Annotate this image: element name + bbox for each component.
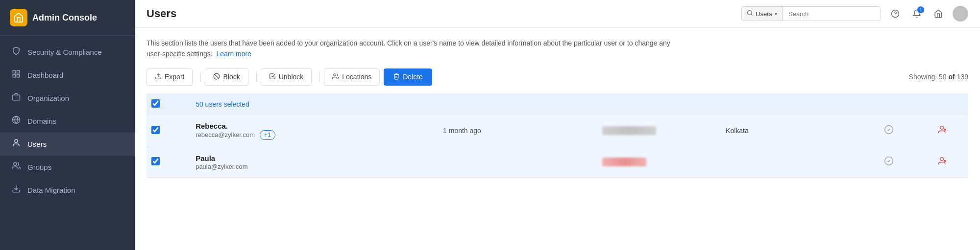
search-container: Users ▾ [741, 6, 881, 21]
download-icon [11, 184, 22, 196]
svg-point-17 [334, 74, 336, 76]
user-checkbox-1[interactable] [151, 126, 160, 134]
sidebar-item-label: Users [27, 140, 47, 148]
sidebar-item-security[interactable]: Security & Compliance [0, 41, 135, 64]
page-title: Users [147, 7, 176, 20]
content-area: This section lists the users that have b… [135, 28, 980, 250]
organization-icon [11, 92, 22, 104]
sidebar-item-label: Organization [27, 94, 69, 102]
export-button[interactable]: Export [147, 68, 193, 86]
divider [256, 72, 257, 82]
user-name: Paula [196, 154, 433, 162]
divider [319, 72, 320, 82]
users-table: 50 users selected Rebecca. rebecca@zylke… [147, 93, 968, 178]
learn-more-link[interactable]: Learn more [216, 50, 251, 58]
page-description: This section lists the users that have b… [147, 38, 686, 60]
globe-icon [11, 115, 22, 127]
sidebar-item-groups[interactable]: Groups [0, 156, 135, 179]
svg-rect-4 [13, 95, 20, 100]
sidebar-item-label: Data Migration [27, 186, 75, 194]
select-all-row: 50 users selected [147, 93, 968, 115]
user-tag[interactable]: +1 [260, 130, 275, 140]
notification-badge: 1 [917, 6, 924, 13]
sidebar-item-label: Groups [27, 163, 51, 171]
user-block-icon [937, 127, 947, 136]
svg-point-8 [14, 162, 17, 165]
export-icon [155, 73, 162, 81]
locations-icon [332, 73, 339, 81]
user-checkbox-2[interactable] [151, 157, 160, 165]
svg-point-23 [940, 157, 944, 160]
divider [200, 72, 201, 82]
svg-line-16 [215, 74, 219, 78]
app-logo-icon [10, 9, 27, 26]
unblock-button[interactable]: Unblock [261, 68, 312, 86]
app-title: Admin Console [32, 13, 97, 23]
group-icon [11, 161, 22, 173]
sidebar-nav: Security & Compliance Dashboard Organiza… [0, 36, 135, 250]
select-all-checkbox[interactable] [151, 99, 160, 108]
user-status-bar-pink [602, 158, 646, 166]
sidebar-item-label: Security & Compliance [27, 48, 102, 56]
user-email: paula@zylker.com [196, 163, 247, 170]
sidebar: Admin Console Security & Compliance Dash… [0, 0, 135, 250]
block-icon [213, 73, 220, 81]
delete-icon [393, 73, 400, 81]
sidebar-item-label: Dashboard [27, 71, 63, 79]
user-location: Kolkata [726, 127, 749, 135]
search-icon [747, 10, 753, 18]
home-icon-button[interactable] [931, 6, 946, 21]
showing-count: Showing 50 of 139 [909, 73, 968, 81]
sidebar-logo[interactable]: Admin Console [0, 0, 135, 36]
search-filter-label: Users [756, 10, 772, 18]
svg-rect-1 [17, 70, 20, 73]
svg-rect-0 [13, 70, 15, 73]
sidebar-item-domains[interactable]: Domains [0, 110, 135, 133]
verify-icon [884, 127, 894, 136]
selected-count-label: 50 users selected [196, 100, 249, 108]
search-filter-dropdown[interactable]: Users ▾ [742, 7, 783, 21]
delete-button[interactable]: Delete [384, 68, 432, 86]
help-icon-button[interactable] [888, 6, 903, 21]
svg-rect-3 [17, 75, 20, 77]
shield-icon [11, 46, 22, 58]
chevron-down-icon: ▾ [775, 11, 777, 17]
sidebar-item-users[interactable]: Users [0, 133, 135, 156]
user-icon [11, 138, 22, 150]
table-row: Rebecca. rebecca@zylker.com +1 1 month a… [147, 115, 968, 147]
user-email: rebecca@zylker.com [196, 131, 255, 138]
notification-icon-button[interactable]: 1 [909, 6, 924, 21]
search-input[interactable] [783, 7, 881, 21]
block-button[interactable]: Block [205, 68, 248, 86]
user-status-bar [602, 126, 656, 135]
svg-rect-2 [13, 75, 15, 77]
toolbar: Export Block Unblock [147, 68, 968, 86]
svg-point-7 [15, 139, 18, 142]
user-name: Rebecca. [196, 122, 433, 130]
svg-point-10 [748, 11, 752, 15]
locations-button[interactable]: Locations [324, 68, 380, 86]
sidebar-item-label: Domains [27, 117, 56, 125]
verify-icon [884, 158, 894, 168]
user-time: 1 month ago [443, 127, 481, 135]
svg-point-19 [940, 126, 944, 129]
user-block-icon [937, 158, 947, 168]
avatar[interactable] [953, 6, 968, 22]
svg-line-11 [751, 14, 752, 15]
sidebar-item-organization[interactable]: Organization [0, 87, 135, 110]
table-row: Paula paula@zylker.com [147, 147, 968, 177]
unblock-icon [269, 73, 276, 81]
sidebar-item-data-migration[interactable]: Data Migration [0, 179, 135, 202]
main-content: Users Users ▾ [135, 0, 980, 250]
header: Users Users ▾ [135, 0, 980, 28]
dashboard-icon [11, 69, 22, 81]
header-actions: Users ▾ 1 [741, 6, 968, 22]
sidebar-item-dashboard[interactable]: Dashboard [0, 64, 135, 87]
